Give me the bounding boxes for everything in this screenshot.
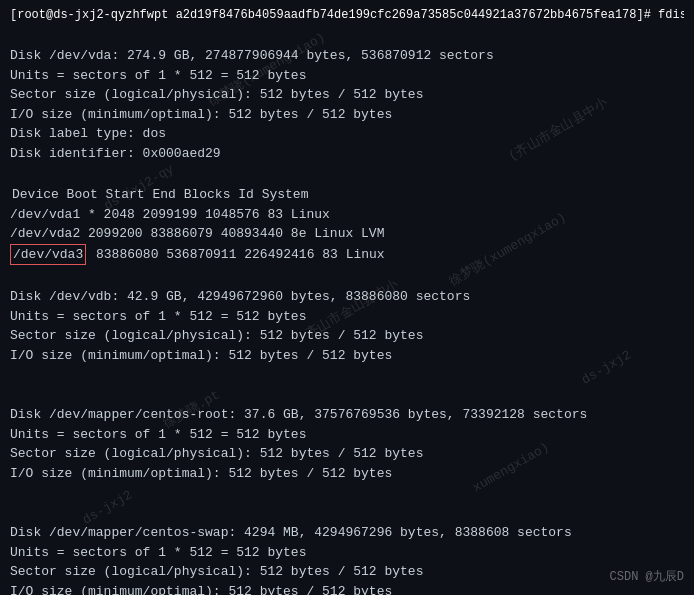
disk-vdb-units: Units = sectors of 1 * 512 = 512 bytes: [10, 307, 684, 327]
disk-mapper-swap-sector-size: Sector size (logical/physical): 512 byte…: [10, 562, 684, 582]
disk-vda-label-type: Disk label type: dos: [10, 124, 684, 144]
table-row: /dev/vda2 2099200 83886079 40893440 8e L…: [10, 224, 684, 244]
disk-vda-block: Disk /dev/vda: 274.9 GB, 274877906944 by…: [10, 46, 684, 163]
disk-vda-units: Units = sectors of 1 * 512 = 512 bytes: [10, 66, 684, 86]
disk-mapper-root-units: Units = sectors of 1 * 512 = 512 bytes: [10, 425, 684, 445]
vda3-row-rest: 83886080 536870911 226492416 83 Linux: [88, 247, 384, 262]
vda2-row: /dev/vda2 2099200 83886079 40893440 8e L…: [10, 226, 384, 241]
table-header-row: Device Boot Start End Blocks Id System: [10, 185, 684, 205]
disk-mapper-swap-block: Disk /dev/mapper/centos-swap: 4294 MB, 4…: [10, 523, 684, 595]
disk-mapper-root-block: Disk /dev/mapper/centos-root: 37.6 GB, 3…: [10, 405, 684, 483]
table-row: /dev/vda1 * 2048 2099199 1048576 83 Linu…: [10, 205, 684, 225]
disk-vda-sector-size: Sector size (logical/physical): 512 byte…: [10, 85, 684, 105]
disk-mapper-root-sector-size: Sector size (logical/physical): 512 byte…: [10, 444, 684, 464]
disk-vda-header: Disk /dev/vda: 274.9 GB, 274877906944 by…: [10, 46, 684, 66]
prompt-text: [root@ds-jxj2-qyzhfwpt a2d19f8476b4059aa…: [10, 8, 684, 22]
disk-vdb-header: Disk /dev/vdb: 42.9 GB, 42949672960 byte…: [10, 287, 684, 307]
disk-vda-identifier: Disk identifier: 0x000aed29: [10, 144, 684, 164]
disk-vdb-sector-size: Sector size (logical/physical): 512 byte…: [10, 326, 684, 346]
vda3-highlight-box: /dev/vda3: [10, 244, 86, 266]
disk-mapper-root-header: Disk /dev/mapper/centos-root: 37.6 GB, 3…: [10, 405, 684, 425]
disk-mapper-swap-units: Units = sectors of 1 * 512 = 512 bytes: [10, 543, 684, 563]
csdn-badge: CSDN @九辰D: [610, 568, 684, 585]
partition-table: Device Boot Start End Blocks Id System /…: [10, 185, 684, 265]
disk-vda-io-size: I/O size (minimum/optimal): 512 bytes / …: [10, 105, 684, 125]
disk-mapper-root-io-size: I/O size (minimum/optimal): 512 bytes / …: [10, 464, 684, 484]
disk-vdb-block: Disk /dev/vdb: 42.9 GB, 42949672960 byte…: [10, 287, 684, 365]
disk-mapper-swap-io-size: I/O size (minimum/optimal): 512 bytes / …: [10, 582, 684, 596]
disk-mapper-swap-header: Disk /dev/mapper/centos-swap: 4294 MB, 4…: [10, 523, 684, 543]
prompt-line: [root@ds-jxj2-qyzhfwpt a2d19f8476b4059aa…: [10, 8, 684, 22]
table-row-highlighted: /dev/vda3 83886080 536870911 226492416 8…: [10, 244, 684, 266]
disk-vdb-io-size: I/O size (minimum/optimal): 512 bytes / …: [10, 346, 684, 366]
vda1-row: /dev/vda1 * 2048 2099199 1048576 83 Linu…: [10, 207, 330, 222]
terminal: [root@ds-jxj2-qyzhfwpt a2d19f8476b4059aa…: [0, 0, 694, 595]
